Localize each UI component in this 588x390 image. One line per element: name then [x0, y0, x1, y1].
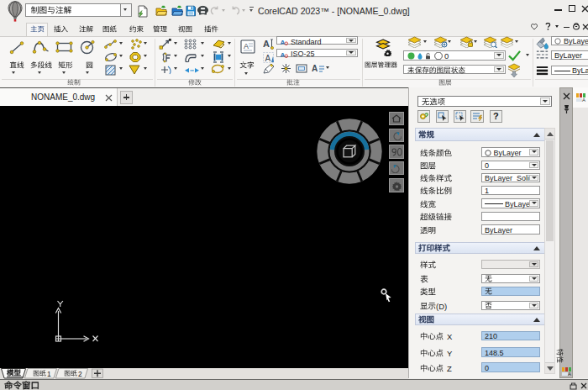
svg-text:A: A: [312, 64, 318, 73]
svg-text:A: A: [582, 98, 585, 103]
svg-text:A: A: [281, 39, 286, 45]
svg-text:A: A: [244, 42, 249, 50]
svg-text:A: A: [281, 51, 286, 58]
svg-text:A: A: [265, 54, 271, 63]
svg-text:A: A: [263, 39, 270, 49]
svg-text:A: A: [568, 372, 571, 377]
